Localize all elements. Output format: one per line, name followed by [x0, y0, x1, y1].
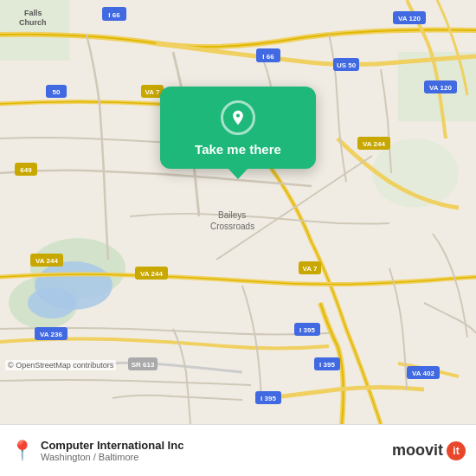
- map-attribution: © OpenStreetMap contributors: [5, 360, 116, 370]
- svg-point-7: [28, 287, 76, 318]
- take-me-there-button[interactable]: Take me there: [195, 142, 281, 157]
- location-pin-icon: [221, 100, 255, 135]
- popup-card[interactable]: Take me there: [160, 87, 316, 169]
- bottom-pin-icon: 📍: [10, 440, 34, 462]
- svg-rect-3: [0, 0, 69, 61]
- bottom-info: Computer International Inc Washington / …: [41, 439, 385, 462]
- location-name: Computer International Inc: [41, 439, 385, 452]
- moovit-text: moovit: [392, 441, 443, 460]
- location-region: Washington / Baltimore: [41, 452, 385, 462]
- map-container: I 66 I 66 VA 7 VA 7 US 50 VA 120 VA 120 …: [0, 0, 476, 424]
- bottom-bar: 📍 Computer International Inc Washington …: [0, 424, 476, 476]
- moovit-logo: moovit it: [392, 441, 466, 460]
- moovit-icon: it: [447, 441, 466, 460]
